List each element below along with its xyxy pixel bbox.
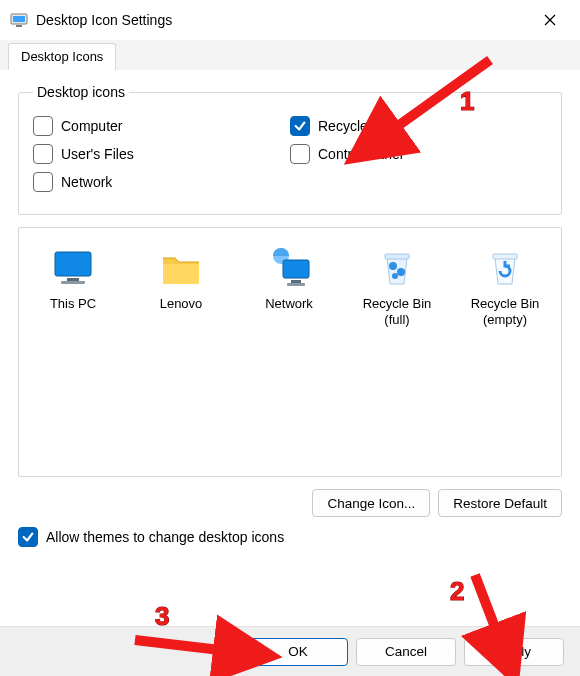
svg-rect-13 <box>385 254 409 259</box>
panel: Desktop icons ComputerUser's FilesNetwor… <box>0 70 580 547</box>
checkbox-label: Allow themes to change desktop icons <box>46 529 284 545</box>
bin-full-icon <box>373 244 421 292</box>
svg-point-15 <box>397 268 405 276</box>
checkbox-label: Recycle Bin <box>318 118 392 134</box>
icon-item[interactable]: Network <box>235 238 343 335</box>
svg-line-20 <box>475 575 496 630</box>
close-button[interactable] <box>530 0 570 40</box>
button-label: Change Icon... <box>327 496 415 511</box>
apply-button[interactable]: Apply <box>464 638 564 666</box>
checkbox-control-panel[interactable]: Control Panel <box>290 144 547 164</box>
checkbox-user-s-files[interactable]: User's Files <box>33 144 290 164</box>
close-icon <box>544 14 556 26</box>
checkbox-box <box>18 527 38 547</box>
folder-icon <box>157 244 205 292</box>
button-label: Restore Default <box>453 496 547 511</box>
svg-rect-5 <box>55 252 91 276</box>
desktop-icons-group: Desktop icons ComputerUser's FilesNetwor… <box>18 84 562 215</box>
tab-desktop-icons[interactable]: Desktop Icons <box>8 43 116 70</box>
svg-rect-1 <box>13 16 25 22</box>
checkbox-label: Computer <box>61 118 122 134</box>
button-label: Cancel <box>385 644 427 659</box>
restore-default-button[interactable]: Restore Default <box>438 489 562 517</box>
svg-text:2: 2 <box>450 576 464 606</box>
checkbox-label: User's Files <box>61 146 134 162</box>
icon-label: Recycle Bin (empty) <box>455 296 555 329</box>
allow-themes-checkbox[interactable]: Allow themes to change desktop icons <box>18 527 562 547</box>
checkbox-label: Network <box>61 174 112 190</box>
svg-rect-10 <box>283 260 309 278</box>
titlebar: Desktop Icon Settings <box>0 0 580 40</box>
checkbox-box <box>33 116 53 136</box>
checkbox-computer[interactable]: Computer <box>33 116 290 136</box>
svg-point-14 <box>389 262 397 270</box>
svg-rect-12 <box>287 283 305 286</box>
icon-label: This PC <box>23 296 123 312</box>
network-icon <box>265 244 313 292</box>
icon-action-row: Change Icon... Restore Default <box>18 489 562 517</box>
icon-item[interactable]: Recycle Bin (empty) <box>451 238 559 335</box>
checkbox-label: Control Panel <box>318 146 403 162</box>
cancel-button[interactable]: Cancel <box>356 638 456 666</box>
icon-preview-grid: This PCLenovoNetworkRecycle Bin (full)Re… <box>18 227 562 477</box>
svg-point-16 <box>392 273 398 279</box>
checkbox-box <box>290 144 310 164</box>
svg-rect-17 <box>493 254 517 259</box>
button-label: Apply <box>497 644 531 659</box>
checkbox-box <box>290 116 310 136</box>
icon-label: Network <box>239 296 339 312</box>
icon-item[interactable]: This PC <box>19 238 127 335</box>
dialog-button-bar: OK Cancel Apply <box>0 626 580 676</box>
icon-label: Lenovo <box>131 296 231 312</box>
icon-item[interactable]: Lenovo <box>127 238 235 335</box>
bin-empty-icon <box>481 244 529 292</box>
ok-button[interactable]: OK <box>248 638 348 666</box>
icon-item[interactable]: Recycle Bin (full) <box>343 238 451 335</box>
checkbox-box <box>33 144 53 164</box>
tab-bar: Desktop Icons <box>0 40 580 70</box>
checkbox-network[interactable]: Network <box>33 172 290 192</box>
app-icon <box>10 11 28 29</box>
checkbox-box <box>33 172 53 192</box>
checkbox-recycle-bin[interactable]: Recycle Bin <box>290 116 547 136</box>
icon-label: Recycle Bin (full) <box>347 296 447 329</box>
svg-rect-7 <box>67 278 79 281</box>
monitor-icon <box>49 244 97 292</box>
svg-rect-8 <box>61 281 85 284</box>
button-label: OK <box>288 644 308 659</box>
tab-label: Desktop Icons <box>21 49 103 64</box>
change-icon-button[interactable]: Change Icon... <box>312 489 430 517</box>
window-title: Desktop Icon Settings <box>36 12 530 28</box>
svg-rect-2 <box>16 25 22 27</box>
svg-rect-11 <box>291 280 301 283</box>
group-legend: Desktop icons <box>33 84 129 100</box>
